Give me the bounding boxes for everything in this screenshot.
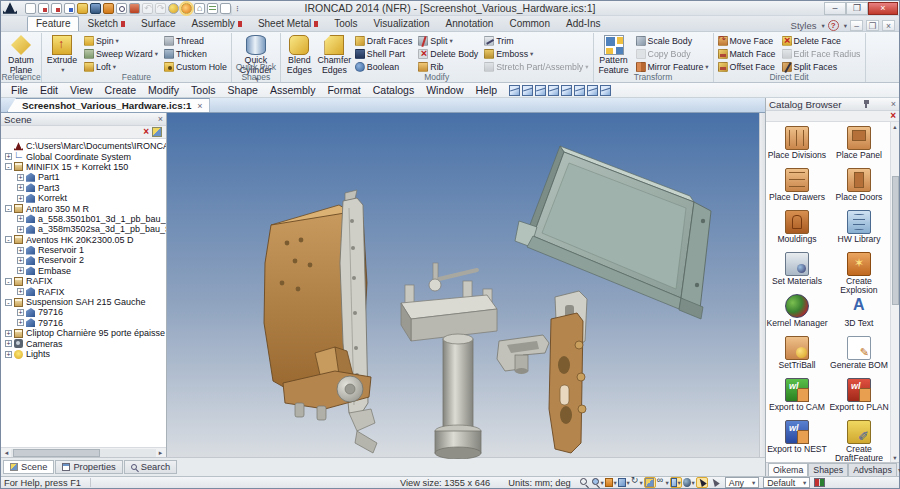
render-style-dropdown[interactable]: Default (763, 477, 810, 488)
part-suspension-fitting[interactable] (401, 263, 497, 459)
status-tool-button[interactable] (644, 477, 656, 488)
scene-tree-item[interactable]: + Part1 (3, 172, 166, 182)
ribbon-big-button[interactable]: Chamfer Edges (318, 34, 351, 75)
ribbon-tab[interactable]: Sketch (79, 17, 133, 31)
expander-icon[interactable]: - (5, 205, 12, 212)
expander-icon[interactable]: - (5, 278, 12, 285)
quick-access-icon[interactable] (181, 3, 192, 14)
quick-access-icon[interactable] (90, 3, 101, 14)
scene-tree-item[interactable]: + Cameras (3, 338, 166, 348)
status-tool-button[interactable] (670, 477, 682, 488)
selection-filter-dropdown[interactable]: Any (725, 477, 759, 488)
scene-tree-item[interactable]: - RAFIX (3, 276, 166, 286)
menu-item[interactable]: Modify (142, 84, 185, 96)
expander-icon[interactable]: + (17, 195, 24, 202)
scene-tree-item[interactable]: + Reservoir 1 (3, 245, 166, 255)
scene-horizontal-scrollbar[interactable]: ◂ ▸ (1, 447, 166, 457)
expander-icon[interactable]: + (17, 309, 24, 316)
camera-view-icon[interactable] (509, 85, 520, 96)
scrollbar-thumb[interactable] (892, 176, 899, 305)
pin-icon[interactable] (862, 99, 871, 109)
camera-view-icon[interactable] (522, 85, 533, 96)
catalog-item[interactable]: Place Divisions (766, 126, 828, 168)
quick-access-icon[interactable] (77, 3, 88, 14)
scene-tree-item[interactable]: + 79716 (3, 307, 166, 317)
expander-icon[interactable]: + (5, 340, 12, 347)
scene-tree-item[interactable]: + Reservoir 2 (3, 255, 166, 265)
status-tool-button[interactable] (592, 477, 604, 488)
mdi-window-button[interactable]: ❐ (866, 20, 879, 31)
quick-access-icon[interactable] (51, 3, 62, 14)
window-control-button[interactable]: ❐ (846, 2, 868, 15)
catalog-item[interactable]: Export to PLAN (828, 378, 890, 420)
delete-catalog-item-icon[interactable]: × (890, 111, 896, 121)
catalog-item[interactable]: Place Doors (828, 168, 890, 210)
quick-access-icon[interactable] (220, 3, 231, 14)
ribbon-tab[interactable]: Visualization (366, 17, 438, 31)
window-control-button[interactable]: × (868, 2, 898, 15)
scene-tree-item[interactable]: + 79716 (3, 318, 166, 328)
expander-icon[interactable]: + (17, 257, 24, 264)
expander-icon[interactable]: + (17, 226, 24, 233)
catalog-item[interactable]: SetTriBall (766, 336, 828, 378)
ribbon-small-button[interactable]: Trim (482, 34, 590, 47)
scene-tree-item[interactable]: + a_558.3501b01_3d_1_pb_bau_Ssall_Sacad_… (3, 214, 166, 224)
expander-icon[interactable]: + (17, 174, 24, 181)
expander-icon[interactable] (5, 143, 12, 150)
catalog-item[interactable]: Export to CAM (766, 378, 828, 420)
catalog-item[interactable]: Create DraftFeature (828, 420, 890, 462)
status-tool-button[interactable] (657, 477, 669, 488)
quick-access-icon[interactable] (103, 3, 114, 14)
viewport-3d-view[interactable] (167, 113, 759, 457)
camera-view-icon[interactable] (535, 85, 546, 96)
mdi-window-button[interactable]: – (850, 20, 863, 31)
ribbon-tab[interactable]: Add-Ins (558, 17, 608, 31)
catalog-item[interactable]: Set Materials (766, 252, 828, 294)
scrollbar-thumb[interactable] (13, 449, 100, 457)
ribbon-small-button[interactable]: Copy Body (634, 47, 711, 60)
ribbon-small-button[interactable]: Move Face (716, 34, 778, 47)
expander-icon[interactable]: + (5, 153, 12, 160)
ribbon-small-button[interactable]: Shell Part (353, 47, 414, 60)
ribbon-small-button[interactable]: Scale Body (634, 34, 711, 47)
catalog-tab[interactable]: Advshaps (848, 463, 897, 476)
quick-access-icon[interactable] (116, 3, 127, 14)
status-tool-button[interactable] (683, 477, 695, 488)
ribbon-tab[interactable]: Tools (326, 17, 365, 31)
find-in-tree-icon[interactable] (152, 127, 162, 137)
catalog-item[interactable]: Kernel Manager (766, 294, 828, 336)
expander-icon[interactable]: - (5, 236, 12, 243)
window-control-button[interactable]: – (824, 2, 846, 15)
camera-view-icon[interactable] (574, 85, 585, 96)
part-drawer-side-panel[interactable] (515, 146, 711, 319)
quick-access-icon[interactable] (64, 3, 75, 14)
menu-item[interactable]: Window (420, 84, 469, 96)
ribbon-tab[interactable]: Feature (27, 16, 79, 31)
close-icon[interactable]: × (158, 114, 163, 124)
ribbon-small-button[interactable]: Edit Face Radius (780, 47, 863, 60)
menu-item[interactable]: Shape (222, 84, 264, 96)
camera-view-icon[interactable] (548, 85, 559, 96)
menu-item[interactable]: Catalogs (367, 84, 420, 96)
scene-tree-item[interactable]: + Cliptop Charnière 95 porte épaisse dem… (3, 328, 166, 338)
catalog-item[interactable]: Place Drawers (766, 168, 828, 210)
ribbon-big-button[interactable]: Blend Edges (283, 34, 316, 75)
scene-tree-item[interactable]: C:\Users\Marc\Documents\IRONCAD 2014\Fly… (3, 141, 166, 151)
quick-access-icon[interactable] (142, 3, 153, 14)
scene-tree-item[interactable]: - MINIFIX 15 + Korrekt 150 (3, 162, 166, 172)
ribbon-tab[interactable]: Common (501, 17, 558, 31)
menu-item[interactable]: Tools (185, 84, 222, 96)
expander-icon[interactable]: + (17, 288, 24, 295)
scene-tree-item[interactable]: - Suspension SAH 215 Gauche (3, 297, 166, 307)
part-metal-bracket[interactable] (340, 190, 377, 453)
quick-access-icon[interactable] (207, 3, 218, 14)
scroll-right-icon[interactable]: ▸ (156, 449, 165, 457)
ribbon-small-button[interactable]: Thread (162, 34, 229, 47)
scene-tree-item[interactable]: - Aventos HK 20K2300.05 D (3, 235, 166, 245)
catalog-item[interactable]: HW Library (828, 210, 890, 252)
ribbon-tab[interactable]: Annotation (438, 17, 502, 31)
quick-access-icon[interactable] (168, 3, 179, 14)
help-icon[interactable]: ? (828, 20, 839, 31)
expander-icon[interactable]: + (17, 215, 24, 222)
styles-dropdown[interactable]: Styles (791, 20, 817, 31)
